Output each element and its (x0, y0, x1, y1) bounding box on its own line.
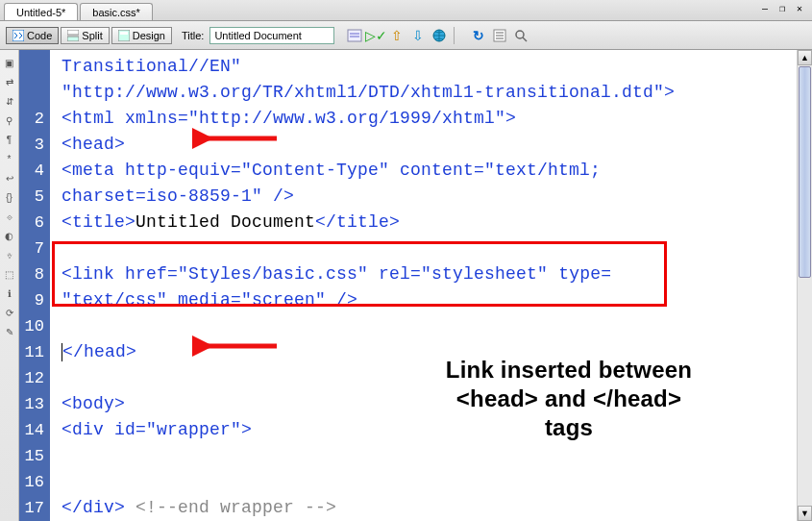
code-text: Untitled Document (135, 212, 315, 232)
vertical-scrollbar[interactable]: ▲ ▼ (797, 50, 812, 521)
code-pane[interactable]: Transitional//EN" "http://www.w3.org/TR/… (50, 50, 797, 521)
minimize-button[interactable]: – (758, 2, 772, 13)
tab-basic-css[interactable]: basic.css* (80, 3, 153, 20)
code-text: <title> (62, 212, 135, 232)
comment-icon[interactable]: * (3, 152, 16, 165)
code-icon (12, 30, 24, 41)
svg-rect-3 (118, 30, 130, 41)
code-text: </div> (62, 498, 125, 517)
code-text: <link href= (62, 264, 178, 284)
options-icon[interactable] (491, 27, 508, 44)
code-text: > (505, 109, 516, 128)
design-view-label: Design (133, 30, 165, 41)
indent-icon[interactable]: {} (3, 190, 16, 204)
title-input[interactable] (209, 27, 334, 44)
line-number-gutter: 23456789101112131415161718 (19, 50, 50, 521)
split-view-label: Split (82, 30, 102, 41)
recent-icon[interactable]: ⟳ (3, 306, 16, 319)
code-text: <body> (62, 394, 125, 413)
scroll-thumb[interactable] (799, 66, 811, 278)
download-icon[interactable]: ⇩ (409, 27, 427, 44)
close-button[interactable]: ✕ (793, 2, 806, 13)
code-text: <div id= (62, 420, 146, 439)
code-text: <meta http-equiv= (62, 161, 241, 180)
code-text: <html xmlns= (62, 109, 188, 128)
tab-bar: Untitled-5* basic.css* – ❐ ✕ (0, 0, 812, 21)
design-icon (118, 30, 130, 41)
reference-icon[interactable]: ℹ (3, 286, 16, 300)
wrap-icon[interactable]: ↩ (3, 171, 16, 185)
code-text: "http://www.w3.org/TR/xhtml1/DTD/xhtml1-… (62, 83, 675, 102)
code-text: "text/css" (62, 290, 167, 310)
search-icon[interactable] (512, 27, 529, 44)
upload-icon[interactable]: ⇧ (388, 27, 406, 44)
code-text: "Styles/basic.css" (178, 264, 368, 284)
code-text: rel= (368, 264, 421, 284)
format-icon[interactable]: ⬚ (3, 267, 16, 281)
code-text: media= (167, 290, 241, 310)
code-text: "http://www.w3.org/1999/xhtml" (188, 109, 505, 128)
refresh-icon[interactable]: ↻ (470, 27, 487, 44)
settings-icon[interactable]: ✎ (3, 325, 16, 338)
svg-rect-4 (120, 32, 128, 35)
code-text: > (241, 420, 252, 439)
expand-icon[interactable]: ⇵ (3, 94, 16, 108)
code-text: <head> (62, 135, 125, 154)
editor-area: ▣ ⇄ ⇵ ⚲ ¶ * ↩ {} ⟐ ◐ ⎀ ⬚ ℹ ⟳ ✎ 234567891… (0, 50, 812, 521)
code-view-button[interactable]: Code (6, 27, 59, 44)
code-text: type= (548, 264, 611, 284)
code-text: <!--end wrapper --> (125, 498, 336, 517)
split-view-button[interactable]: Split (61, 27, 109, 44)
svg-line-9 (523, 37, 527, 41)
title-label: Title: (182, 30, 204, 41)
toolbar-group-check: ▷✓ ⇧ ⇩ (346, 27, 448, 44)
collapse-icon[interactable]: ⇄ (3, 75, 16, 88)
toolbar-group-refresh: ↻ (470, 27, 529, 44)
snippets-icon[interactable]: ⎀ (3, 248, 16, 261)
left-toolbar: ▣ ⇄ ⇵ ⚲ ¶ * ↩ {} ⟐ ◐ ⎀ ⬚ ℹ ⟳ ✎ (0, 50, 19, 521)
tab-untitled[interactable]: Untitled-5* (4, 3, 78, 20)
code-editor[interactable]: 23456789101112131415161718 Transitional/… (19, 50, 812, 521)
highlight-icon[interactable]: ◐ (3, 229, 16, 242)
toolbar-separator (454, 27, 455, 44)
view-toolbar: Code Split Design Title: ▷✓ ⇧ ⇩ ↻ (0, 21, 812, 50)
svg-rect-1 (67, 30, 79, 35)
code-text: content= (389, 161, 484, 180)
code-text: "text/html; (484, 161, 601, 180)
code-text: "screen" (241, 290, 326, 310)
code-text: </title> (315, 212, 400, 232)
globe-icon[interactable] (431, 27, 448, 44)
break-icon[interactable]: ¶ (3, 133, 16, 146)
code-text: </head> (62, 342, 136, 361)
code-text: "wrapper" (146, 420, 241, 439)
select-icon[interactable]: ▣ (3, 56, 16, 69)
code-text: charset=iso-8859-1" (62, 186, 262, 206)
scroll-down-button[interactable]: ▼ (798, 506, 812, 521)
code-text: Transitional//EN" (62, 57, 241, 76)
svg-rect-5 (348, 30, 361, 41)
file-mgmt-icon[interactable] (346, 27, 363, 44)
balance-icon[interactable]: ⟐ (3, 210, 16, 223)
restore-button[interactable]: ❐ (775, 2, 789, 13)
code-view-label: Code (27, 30, 52, 41)
validate-icon[interactable]: ▷✓ (367, 27, 384, 44)
code-text: "stylesheet" (421, 264, 548, 284)
scroll-up-button[interactable]: ▲ (798, 50, 812, 65)
split-icon (67, 30, 79, 41)
code-text: "Content-Type" (241, 161, 389, 180)
design-view-button[interactable]: Design (111, 27, 172, 44)
svg-point-8 (516, 31, 524, 38)
anchor-icon[interactable]: ⚲ (3, 113, 16, 127)
window-controls: – ❐ ✕ (758, 2, 806, 13)
code-text: /> (326, 290, 357, 310)
svg-rect-2 (67, 37, 79, 41)
code-text: /> (262, 186, 294, 206)
